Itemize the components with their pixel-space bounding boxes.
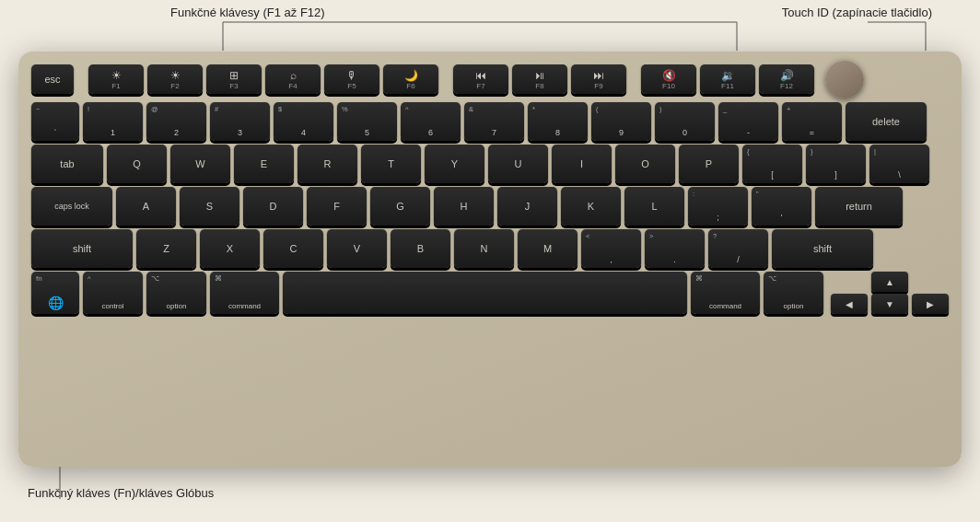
key-arrow-down[interactable]: ▼	[871, 294, 908, 314]
key-f4[interactable]: ⌕ F4	[265, 64, 321, 94]
key-8[interactable]: * 8	[528, 102, 588, 141]
key-f9[interactable]: ⏭ F9	[571, 64, 626, 94]
key-o[interactable]: O	[615, 145, 675, 183]
key-u[interactable]: U	[488, 145, 548, 183]
key-esc[interactable]: esc	[31, 64, 74, 94]
key-5[interactable]: % 5	[337, 102, 397, 141]
key-period[interactable]: > .	[645, 229, 705, 268]
arrow-cluster: ▲ ◀ ▼ ▶	[831, 272, 949, 314]
key-minus[interactable]: _ -	[718, 102, 778, 141]
key-tab-label: tab	[60, 159, 74, 169]
key-f3[interactable]: ⊞ F3	[206, 64, 262, 94]
key-space[interactable]	[283, 272, 687, 314]
key-f1-icon: ☀	[111, 69, 122, 82]
key-3[interactable]: # 3	[210, 102, 270, 141]
qwerty-row: tab Q W E R T Y U I O P { [ } ] | \	[31, 145, 949, 183]
key-semicolon[interactable]: : ;	[688, 187, 748, 226]
key-arrow-left[interactable]: ◀	[831, 294, 868, 314]
key-j[interactable]: J	[497, 187, 557, 226]
key-return[interactable]: return	[815, 187, 903, 226]
key-e[interactable]: E	[234, 145, 294, 183]
key-f11[interactable]: 🔉 F11	[700, 64, 755, 94]
key-3-bottom: 3	[238, 128, 242, 137]
arrow-up-row: ▲	[831, 272, 949, 292]
key-equals[interactable]: + =	[782, 102, 842, 141]
key-9[interactable]: ( 9	[591, 102, 651, 141]
key-y[interactable]: Y	[425, 145, 484, 183]
key-w[interactable]: W	[170, 145, 230, 183]
key-k[interactable]: K	[561, 187, 621, 226]
key-capslock[interactable]: caps lock	[31, 187, 112, 226]
key-f8[interactable]: ⏯ F8	[512, 64, 567, 94]
key-touchid[interactable]	[825, 60, 864, 99]
key-9-top: (	[596, 105, 599, 113]
key-delete[interactable]: delete	[846, 102, 927, 141]
key-f7[interactable]: ⏮ F7	[453, 64, 508, 94]
key-7[interactable]: & 7	[464, 102, 524, 141]
key-v[interactable]: V	[327, 229, 387, 268]
key-lbracket[interactable]: { [	[742, 145, 802, 183]
key-tab[interactable]: tab	[31, 145, 103, 183]
key-f[interactable]: F	[307, 187, 367, 226]
key-l[interactable]: L	[624, 187, 684, 226]
key-f1[interactable]: ☀ F1	[88, 64, 144, 94]
key-f2-label: F2	[170, 83, 179, 90]
key-f2-icon: ☀	[170, 69, 181, 82]
key-c[interactable]: C	[263, 229, 323, 268]
key-h[interactable]: H	[434, 187, 494, 226]
key-comma[interactable]: < ,	[581, 229, 641, 268]
key-5-top: %	[342, 105, 348, 113]
key-shift-left[interactable]: shift	[31, 229, 133, 268]
key-f5[interactable]: 🎙 F5	[324, 64, 379, 94]
key-a[interactable]: A	[116, 187, 176, 226]
key-d[interactable]: D	[243, 187, 303, 226]
key-4[interactable]: $ 4	[274, 102, 333, 141]
key-backtick[interactable]: ~ `	[31, 102, 79, 141]
key-0[interactable]: ) 0	[655, 102, 715, 141]
key-fn[interactable]: fn 🌐	[31, 272, 79, 314]
key-6[interactable]: ^ 6	[401, 102, 461, 141]
key-g[interactable]: G	[370, 187, 430, 226]
key-arrow-up[interactable]: ▲	[871, 272, 908, 292]
key-m[interactable]: M	[518, 229, 578, 268]
key-s[interactable]: S	[180, 187, 239, 226]
key-f6[interactable]: 🌙 F6	[383, 64, 438, 94]
key-n[interactable]: N	[454, 229, 514, 268]
key-f10[interactable]: 🔇 F10	[641, 64, 696, 94]
key-arrow-right[interactable]: ▶	[912, 294, 949, 314]
key-5-bottom: 5	[365, 128, 369, 137]
key-4-bottom: 4	[301, 128, 306, 137]
key-f11-label: F11	[721, 83, 734, 90]
key-f12[interactable]: 🔊 F12	[759, 64, 814, 94]
key-control[interactable]: ^ control	[83, 272, 143, 314]
key-equals-top: +	[787, 105, 790, 113]
key-q[interactable]: Q	[107, 145, 167, 183]
function-key-row: esc ☀ F1 ☀ F2 ⊞ F3 ⌕ F4 🎙 F5 🌙 F6 ⏮	[31, 60, 949, 99]
key-command-right[interactable]: ⌘ command	[691, 272, 760, 314]
key-1-bottom: 1	[111, 128, 115, 137]
key-option-right[interactable]: ⌥ option	[764, 272, 823, 314]
key-f8-icon: ⏯	[534, 69, 545, 82]
key-x[interactable]: X	[200, 229, 260, 268]
key-1[interactable]: ! 1	[83, 102, 143, 141]
key-f12-label: F12	[780, 83, 793, 90]
key-rbracket[interactable]: } ]	[806, 145, 866, 183]
key-i[interactable]: I	[552, 145, 612, 183]
key-b[interactable]: B	[391, 229, 450, 268]
key-p[interactable]: P	[679, 145, 739, 183]
key-option-left[interactable]: ⌥ option	[146, 272, 206, 314]
key-f2[interactable]: ☀ F2	[147, 64, 203, 94]
key-2[interactable]: @ 2	[146, 102, 206, 141]
key-r[interactable]: R	[298, 145, 357, 183]
key-f11-icon: 🔉	[721, 69, 735, 82]
key-slash[interactable]: ? /	[708, 229, 768, 268]
key-backtick-top: ~	[36, 105, 40, 113]
key-f3-label: F3	[229, 83, 238, 90]
key-backslash[interactable]: | \	[869, 145, 929, 183]
key-z[interactable]: Z	[136, 229, 196, 268]
key-shift-right[interactable]: shift	[772, 229, 873, 268]
key-command-left[interactable]: ⌘ command	[210, 272, 279, 314]
key-2-top: @	[151, 105, 158, 113]
key-quote[interactable]: " '	[752, 187, 811, 226]
key-t[interactable]: T	[361, 145, 421, 183]
